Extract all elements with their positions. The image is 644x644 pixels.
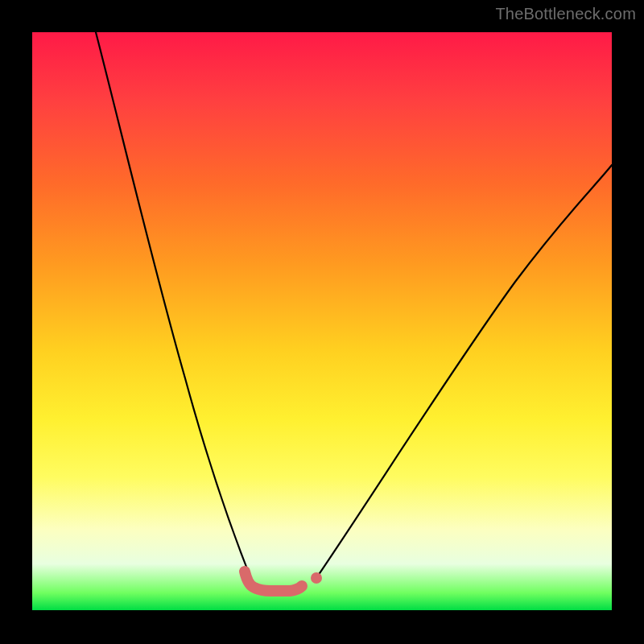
- curve-layer: [32, 32, 612, 610]
- chart-frame: TheBottleneck.com: [0, 0, 644, 644]
- watermark-text: TheBottleneck.com: [495, 5, 636, 23]
- right-curve: [316, 165, 612, 578]
- left-curve: [96, 32, 254, 585]
- valley-accent: [245, 572, 302, 591]
- valley-endpoint-dot: [311, 572, 322, 584]
- plot-area: [32, 32, 612, 610]
